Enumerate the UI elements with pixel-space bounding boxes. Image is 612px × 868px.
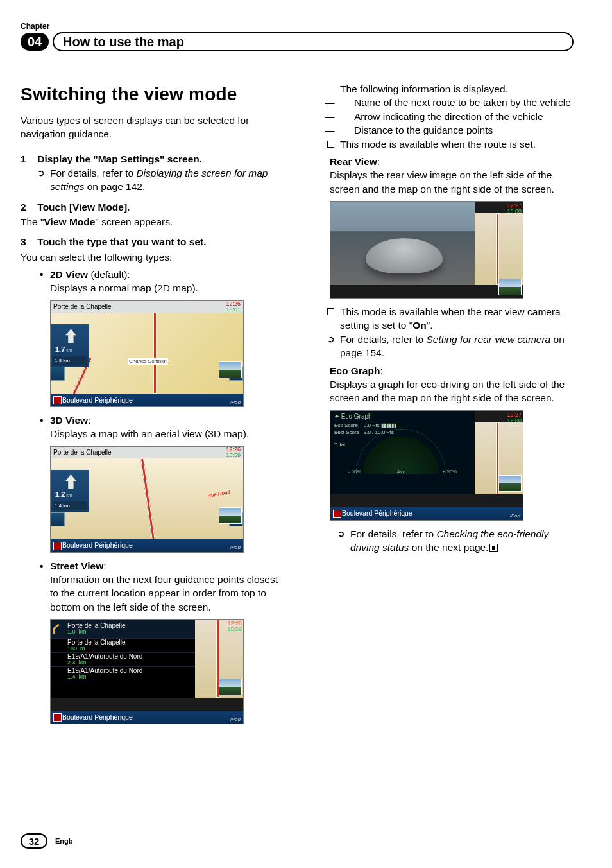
fig-2d-preview-image bbox=[219, 361, 242, 378]
info-route-note-text: This mode is available when the route is… bbox=[340, 139, 536, 150]
fig-eg-panel: ✦ Eco Graph Eco Score 0.0 Pts ▮▮▮▮▮▮ Bes… bbox=[330, 411, 475, 494]
fig-3d-preview-image bbox=[219, 507, 242, 524]
fig-sv-dist-3: 2.4 bbox=[67, 659, 76, 666]
turn-arrow-icon bbox=[61, 473, 79, 489]
step-3-number: 3 bbox=[21, 235, 35, 248]
chapter-number-badge: 04 bbox=[21, 33, 49, 51]
fig-sv-road-bar: Boulevard Périphérique iPod bbox=[51, 711, 243, 724]
fig-3d-time-badge: 12:26 15:59 bbox=[226, 447, 241, 458]
fig-3d-titlebar: Porte de la Chapelle 12:26 15:59 bbox=[51, 447, 243, 458]
fig-rv-time-badge: 12:27 16:00 bbox=[507, 203, 522, 214]
fig-2d-distance: 1.7 bbox=[53, 345, 65, 353]
step-1-ref-tail: on page 142. bbox=[84, 181, 145, 192]
fig-2d-turn-panel: 1.7km 1.8 km bbox=[51, 324, 89, 367]
step-3-title: Touch the type that you want to set. bbox=[37, 236, 206, 247]
bullet-sv-suffix: : bbox=[103, 560, 106, 571]
bullet-eg-name: Eco Graph bbox=[330, 365, 380, 376]
fig-3d-ipod-label: iPod bbox=[230, 544, 241, 551]
fig-rv-preview-image bbox=[498, 279, 522, 295]
fig-rv-camera-image bbox=[330, 202, 475, 285]
guidance-arrow-icon bbox=[53, 624, 64, 634]
fig-2d-street-label: Charles Schmidt bbox=[128, 358, 168, 365]
fig-eg-neg: - 50% bbox=[348, 468, 362, 475]
info-item-3: Distance to the guidance points bbox=[310, 123, 574, 137]
bullet-rv-desc: Displays the rear view image on the left… bbox=[310, 168, 574, 196]
fig-2d-subdist-val: 1.8 bbox=[55, 357, 62, 364]
fig-3d-turn-panel: 1.2km 1.4 km bbox=[51, 470, 89, 512]
bullet-rv-suffix: : bbox=[377, 156, 380, 167]
fig-sv-unit-1: km bbox=[79, 629, 87, 635]
step-3: 3 Touch the type that you want to set. bbox=[21, 235, 284, 248]
fig-sv-time2: 15:59 bbox=[227, 627, 242, 632]
fig-2d-time-badge: 12:26 16:01 bbox=[226, 301, 241, 313]
fig-2d-titlebar: Porte de la Chapelle 12:26 16:01 bbox=[51, 301, 243, 313]
turn-arrow-icon bbox=[61, 327, 79, 343]
info-item-2-text: Arrow indicating the direction of the ve… bbox=[354, 111, 543, 122]
language-code: Engb bbox=[55, 837, 73, 845]
rear-note-b: On bbox=[412, 320, 427, 331]
eco-ref-a: For details, refer to bbox=[350, 528, 436, 539]
step-2-title: Touch [View Mode]. bbox=[37, 202, 130, 213]
rear-note: This mode is available when the rear vie… bbox=[310, 305, 574, 333]
right-column: The following information is displayed. … bbox=[310, 82, 574, 731]
fig-2d-ipod-label: iPod bbox=[230, 399, 241, 406]
bullet-eg-desc: Displays a graph for eco-driving on the … bbox=[310, 378, 574, 405]
page-number-badge: 32 bbox=[21, 833, 47, 849]
fig-2d-road-bar: Boulevard Périphérique iPod bbox=[51, 394, 243, 406]
bullet-sv-name: Street View bbox=[50, 560, 103, 571]
fig-sv-ipod-label: iPod bbox=[230, 716, 241, 723]
intro-paragraph: Various types of screen displays can be … bbox=[21, 114, 284, 141]
fig-3d-time2: 15:59 bbox=[226, 453, 241, 458]
fig-eg-score-val: 0.0 Pts bbox=[364, 422, 380, 428]
step-2: 2 Touch [View Mode]. bbox=[21, 200, 284, 214]
fig-eg-pos: + 50% bbox=[443, 468, 457, 475]
bullet-3d-name: 3D View bbox=[50, 415, 88, 426]
chapter-title: How to use the map bbox=[53, 32, 574, 51]
fig-2d-menu-button-left[interactable] bbox=[51, 367, 65, 381]
step-2-number: 2 bbox=[21, 200, 35, 214]
chapter-label: Chapter bbox=[21, 22, 574, 31]
figure-rear-view: 12:27 16:00 iPod bbox=[330, 201, 523, 299]
figure-eco-graph: ✦ Eco Graph Eco Score 0.0 Pts ▮▮▮▮▮▮ Bes… bbox=[330, 410, 523, 521]
fig-sv-dist-1: 1.0 bbox=[67, 629, 76, 635]
bullet-3d-desc: Displays a map with an aerial view (3D m… bbox=[21, 427, 284, 440]
fig-eg-time-badge: 12:27 16:00 bbox=[507, 412, 522, 424]
fig-eg-time2: 16:00 bbox=[507, 418, 522, 424]
fig-rv-vehicle bbox=[366, 238, 443, 273]
step-2-body-b: View Mode bbox=[44, 216, 96, 227]
bullet-rv-name: Rear View bbox=[330, 156, 377, 167]
fig-2d-distance-unit: km bbox=[65, 348, 72, 352]
bullet-2d-desc: Displays a normal map (2D map). bbox=[21, 281, 284, 295]
fig-2d-destination: Porte de la Chapelle bbox=[53, 302, 112, 311]
section-end-icon bbox=[489, 544, 498, 552]
fig-2d-time2: 16:01 bbox=[226, 307, 241, 313]
info-item-2: Arrow indicating the direction of the ve… bbox=[310, 110, 574, 123]
fig-3d-menu-button-left[interactable] bbox=[51, 512, 65, 526]
bullet-eco-graph: Eco Graph: bbox=[310, 364, 574, 378]
fig-3d-road-name: Boulevard Périphérique bbox=[62, 541, 133, 550]
fig-eg-preview-image bbox=[498, 475, 522, 492]
section-title: Switching the view mode bbox=[21, 82, 284, 107]
fig-rv-time2: 16:00 bbox=[507, 209, 522, 214]
bullet-3d-view: 3D View: bbox=[21, 413, 284, 427]
fig-sv-dist-2: 180 bbox=[67, 645, 77, 652]
fig-sv-road-name: Boulevard Périphérique bbox=[62, 713, 133, 722]
left-column: Switching the view mode Various types of… bbox=[21, 82, 284, 731]
fig-2d-subdistance: 1.8 km bbox=[53, 356, 87, 365]
step-1-number: 1 bbox=[21, 152, 35, 166]
guidance-arrow-icon bbox=[53, 669, 64, 679]
step-2-body-c: " screen appears. bbox=[95, 216, 173, 227]
fig-eg-avg: Avg. bbox=[397, 468, 407, 475]
step-2-body-a: The " bbox=[21, 216, 44, 227]
fig-eg-title: ✦ Eco Graph bbox=[334, 412, 471, 421]
fig-rv-mini-map bbox=[473, 213, 523, 285]
fig-sv-item-2: Porte de la Chapelle 180 m bbox=[51, 639, 195, 653]
fig-sv-preview-image bbox=[219, 679, 242, 695]
rear-ref-a: For details, refer to bbox=[340, 334, 426, 345]
fig-sv-item-1: Porte de la Chapelle 1.0 km bbox=[51, 620, 195, 639]
fig-sv-time-badge: 12:26 15:59 bbox=[227, 621, 242, 632]
fig-3d-subdist-val: 1.4 bbox=[55, 502, 62, 509]
info-displayed-intro: The following information is displayed. bbox=[310, 82, 574, 96]
bullet-sv-desc: Information on the next four guidance po… bbox=[21, 573, 284, 614]
bullet-eg-suffix: : bbox=[380, 365, 382, 376]
